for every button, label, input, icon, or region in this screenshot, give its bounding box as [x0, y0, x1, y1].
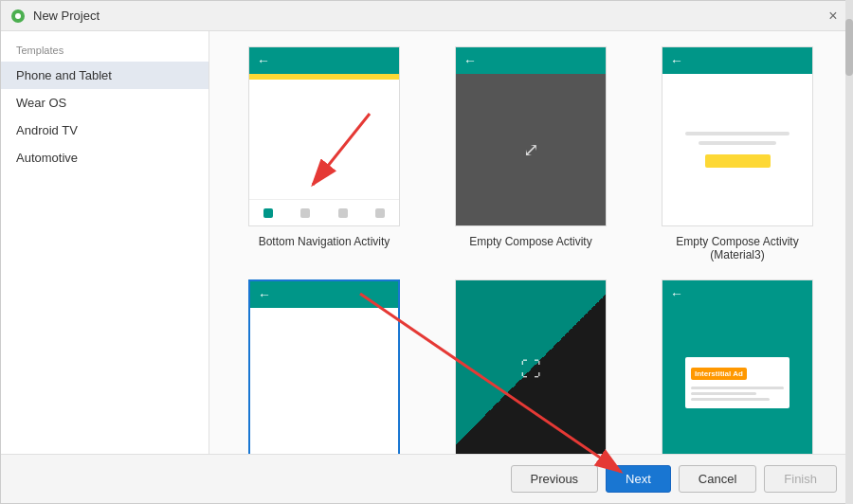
nav-icon-2 — [300, 208, 310, 218]
main-panel: ← Bottom Navigation Act — [209, 31, 852, 454]
nav-icon-1 — [263, 208, 273, 218]
templates-grid: ← Bottom Navigation Act — [209, 31, 852, 454]
back-arrow-empty-icon: ← — [258, 287, 271, 302]
template-preview-empty-compose-m3: ← — [662, 46, 813, 226]
sidebar: Templates Phone and Tablet Wear OS Andro… — [1, 31, 209, 454]
footer: Previous Next Cancel Finish — [1, 454, 852, 503]
sidebar-item-android-tv[interactable]: Android TV — [1, 117, 209, 144]
new-project-dialog: New Project × Templates Phone and Tablet… — [0, 0, 853, 504]
template-preview-bottom-nav: ← — [248, 46, 400, 226]
sidebar-item-wear-os[interactable]: Wear OS — [1, 89, 209, 117]
android-studio-icon — [10, 9, 26, 24]
back-arrow-icon: ← — [257, 53, 270, 68]
back-arrow-admob-icon: ← — [670, 286, 683, 301]
scrollbar[interactable] — [845, 31, 852, 454]
template-preview-empty-activity: ← — [248, 279, 400, 454]
previous-button[interactable]: Previous — [511, 465, 599, 493]
dialog-content: Templates Phone and Tablet Wear OS Andro… — [1, 31, 852, 454]
back-arrow-ec-icon: ← — [463, 53, 477, 68]
template-preview-admob: ← Interstitial Ad — [662, 279, 813, 454]
svg-point-2 — [17, 9, 20, 12]
expand-icon: ⤢ — [523, 138, 539, 161]
template-empty-compose[interactable]: ← ⤢ Empty Compose Activity — [435, 46, 626, 264]
nav-icon-3 — [338, 208, 348, 218]
template-admob[interactable]: ← Interstitial Ad — [642, 279, 833, 454]
close-button[interactable]: × — [824, 7, 843, 26]
template-empty-compose-m3[interactable]: ← Empty Compose Activity (Material3) — [642, 46, 833, 264]
next-button[interactable]: Next — [606, 465, 671, 493]
dialog-title: New Project — [33, 9, 100, 23]
template-preview-fullscreen: ⛶ — [455, 279, 607, 454]
title-bar-left: New Project — [10, 9, 100, 24]
interstitial-badge: Interstitial Ad — [691, 368, 747, 380]
nav-icon-4 — [375, 208, 385, 218]
template-label-empty-compose-m3: Empty Compose Activity (Material3) — [642, 232, 833, 264]
fullscreen-icon: ⛶ — [520, 357, 541, 382]
finish-button[interactable]: Finish — [764, 465, 837, 493]
template-label-empty-compose: Empty Compose Activity — [462, 232, 599, 251]
sidebar-item-automotive[interactable]: Automotive — [1, 144, 209, 171]
back-arrow-m3-icon: ← — [670, 53, 683, 68]
template-bottom-nav[interactable]: ← Bottom Navigation Act — [228, 46, 420, 264]
svg-point-1 — [15, 13, 21, 19]
template-fullscreen[interactable]: ⛶ Fullscreen Activity — [435, 279, 626, 454]
template-empty-activity[interactable]: ← Empty Activity — [228, 279, 420, 454]
cancel-button[interactable]: Cancel — [679, 465, 756, 493]
sidebar-item-phone-tablet[interactable]: Phone and Tablet — [1, 62, 209, 89]
scrollbar-thumb[interactable] — [845, 31, 852, 76]
template-label-bottom-nav: Bottom Navigation Activity — [251, 232, 398, 251]
sidebar-section-label: Templates — [1, 39, 209, 62]
template-preview-empty-compose: ← ⤢ — [455, 46, 607, 226]
title-bar: New Project × — [1, 1, 852, 31]
